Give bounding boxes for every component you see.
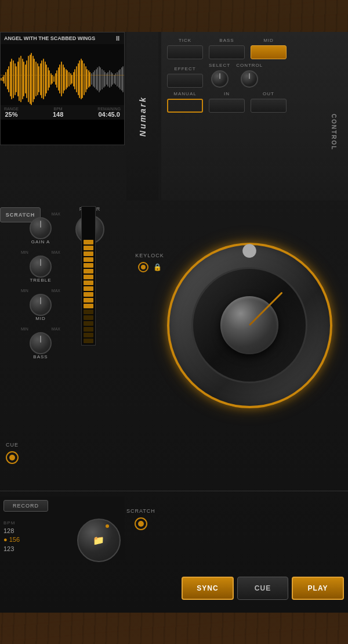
bpm-value-2: ● 156 (3, 535, 69, 544)
bpm-knob-indicator (106, 524, 109, 528)
jog-inner (191, 267, 307, 383)
mid-control: MID (251, 38, 287, 59)
remaining-info: REMAINING 04:45.0 (97, 107, 121, 118)
eq-section: MIN MAX GAIN A MIN MAX TREBLE MIN MAX MI… (3, 212, 78, 365)
waveform-section: ANGEL WITH THE SCABBED WINGS ⏸ RANGE 25%… (0, 32, 125, 145)
track-info-row: RANGE 25% BPM 148 REMAINING 04:45.0 (1, 105, 124, 120)
pause-button[interactable]: ⏸ (114, 35, 121, 42)
scratch-mode-radio[interactable] (135, 517, 147, 530)
jog-wheel[interactable] (167, 243, 332, 408)
track-title-text: ANGEL WITH THE SCABBED WINGS (4, 35, 95, 41)
scratch-mode-section: SCRATCH (126, 508, 155, 530)
vu-meter (81, 206, 96, 346)
bpm-knob[interactable]: 📁 (77, 519, 121, 562)
manual-button[interactable] (167, 99, 203, 113)
mid-button[interactable] (251, 45, 287, 59)
effect-control: EFFECT (167, 66, 203, 88)
control-knob-group: CONTROL (236, 63, 263, 88)
keylock-radio[interactable] (138, 262, 148, 272)
bpm-value-3: 123 (3, 545, 69, 553)
select-knob[interactable] (211, 70, 229, 88)
cue-monitor-section: CUE (0, 436, 24, 467)
in-button[interactable] (209, 99, 245, 113)
control-vertical-label: CONTROL (331, 98, 337, 167)
select-control: SELECT (209, 63, 230, 88)
lock-icon: 🔒 (153, 263, 162, 271)
bass-button[interactable] (209, 45, 245, 59)
record-button[interactable]: RECORD (3, 500, 48, 512)
record-section: RECORD BPM 128 ● 156 123 📁 (0, 497, 125, 560)
dj-controller: ANGEL WITH THE SCABBED WINGS ⏸ RANGE 25%… (0, 32, 348, 613)
treble-knob[interactable] (30, 256, 52, 278)
play-button[interactable]: PLAY (292, 577, 344, 600)
cue-button[interactable]: CUE (237, 577, 288, 600)
bpm-value-1: 128 (3, 527, 69, 535)
folder-icon: 📁 (93, 535, 104, 546)
brand-logo: Numark (126, 32, 158, 200)
tick-control: TICK (167, 38, 203, 59)
manual-control: MANUAL (167, 91, 203, 113)
transport-section: SYNC CUE PLAY (179, 574, 347, 603)
effect-button[interactable] (167, 74, 203, 88)
waveform-display (1, 44, 124, 105)
tick-button[interactable] (167, 45, 203, 59)
cue-monitor-radio[interactable] (6, 451, 19, 464)
in-control: IN (209, 91, 245, 113)
divider-record (0, 491, 348, 491)
track-title-bar: ANGEL WITH THE SCABBED WINGS ⏸ (1, 33, 124, 44)
sync-button[interactable]: SYNC (182, 577, 234, 600)
bpm-knob-section: 📁 (72, 514, 125, 566)
bass-eq-knob[interactable] (30, 332, 52, 354)
range-info: RANGE 25% (4, 107, 19, 118)
bpm-info: BPM 148 (53, 107, 63, 118)
jog-wheel-container (165, 241, 334, 409)
mid-eq-knob[interactable] (30, 294, 52, 316)
bpm-list: BPM 128 ● 156 123 (0, 514, 72, 566)
bass-control: BASS (209, 38, 245, 59)
controls-panel: TICK BASS MID EFFECT SELECT CO (161, 32, 348, 200)
out-button[interactable] (251, 99, 287, 113)
control-knob[interactable] (241, 70, 258, 88)
out-control: OUT (251, 91, 287, 113)
gain-knob[interactable] (30, 217, 52, 239)
